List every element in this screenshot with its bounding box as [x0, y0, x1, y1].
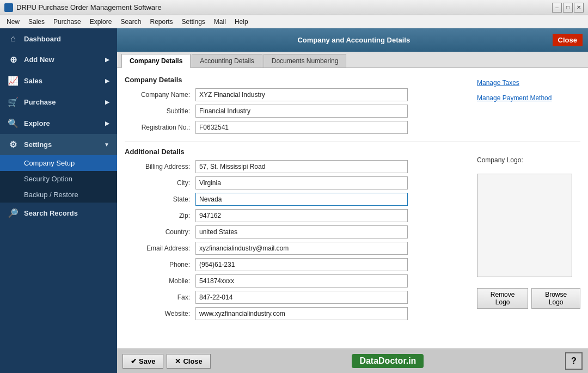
registration-no-input[interactable]	[195, 121, 408, 134]
menu-purchase[interactable]: Purchase	[49, 17, 85, 27]
sidebar-item-purchase[interactable]: 🛒 Purchase ▶	[0, 91, 117, 113]
close-button[interactable]: Close	[553, 34, 583, 46]
menu-settings[interactable]: Settings	[177, 17, 210, 27]
zip-label: Zip:	[125, 212, 195, 219]
city-input[interactable]	[195, 176, 408, 189]
sidebar-label-purchase: Purchase	[24, 98, 56, 106]
menu-help[interactable]: Help	[230, 17, 253, 27]
menu-search[interactable]: Search	[116, 17, 145, 27]
title-bar-text: DRPU Purchase Order Management Software	[16, 3, 162, 11]
home-icon: ⌂	[8, 34, 19, 44]
additional-details-section-title: Additional Details	[125, 148, 466, 156]
close-action-label: Close	[183, 357, 202, 365]
add-icon: ⊕	[8, 54, 19, 65]
checkmark-icon: ✔	[131, 357, 137, 365]
sidebar-item-settings[interactable]: ⚙ Settings ▼	[0, 134, 117, 155]
phone-row: Phone:	[125, 258, 466, 271]
bottom-bar: ✔ Save ✕ Close DataDoctor.in ?	[117, 348, 588, 373]
mobile-label: Mobile:	[125, 277, 195, 285]
tab-documents-numbering[interactable]: Documents Numbering	[264, 54, 347, 68]
zip-row: Zip:	[125, 209, 466, 222]
state-row: State:	[125, 193, 466, 206]
billing-address-label: Billing Address:	[125, 163, 195, 170]
menu-reports[interactable]: Reports	[145, 17, 177, 27]
minimize-button[interactable]: –	[552, 3, 562, 13]
fax-row: Fax:	[125, 291, 466, 304]
logo-box	[477, 174, 572, 277]
sidebar-item-search-records[interactable]: 🔎 Search Records	[0, 203, 117, 224]
remove-logo-button[interactable]: Remove Logo	[477, 288, 528, 309]
phone-input[interactable]	[195, 258, 408, 271]
window-close-button[interactable]: ✕	[574, 3, 584, 13]
sidebar-item-sales[interactable]: 📈 Sales ▶	[0, 70, 117, 91]
sidebar-label-sales: Sales	[24, 77, 42, 85]
additional-details-row: Additional Details Billing Address: City…	[125, 145, 580, 323]
sidebar-item-company-setup[interactable]: Company Setup	[0, 155, 117, 171]
company-details-fields: Company Details Company Name: Subtitle: …	[125, 74, 466, 137]
window-controls: – □ ✕	[552, 3, 584, 13]
save-button[interactable]: ✔ Save	[122, 354, 163, 369]
sidebar-label-explore: Explore	[24, 119, 50, 127]
tab-company-details[interactable]: Company Details	[121, 54, 191, 68]
sidebar-label-company-setup: Company Setup	[24, 159, 75, 167]
sidebar-label-dashboard: Dashboard	[24, 35, 61, 43]
purchase-icon: 🛒	[8, 97, 19, 107]
subtitle-input[interactable]	[195, 105, 408, 118]
company-details-section-title: Company Details	[125, 76, 466, 84]
menu-explore[interactable]: Explore	[85, 17, 117, 27]
registration-no-label: Registration No.:	[125, 124, 195, 131]
help-button[interactable]: ?	[565, 352, 583, 370]
state-input[interactable]	[195, 193, 408, 206]
browse-logo-button[interactable]: Browse Logo	[531, 288, 580, 309]
company-name-row: Company Name:	[125, 88, 466, 101]
sidebar: ⌂ Dashboard ⊕ Add New ▶ 📈 Sales ▶ 🛒 Purc…	[0, 28, 117, 373]
phone-label: Phone:	[125, 261, 195, 268]
zip-input[interactable]	[195, 209, 408, 222]
sidebar-section-main: ⌂ Dashboard ⊕ Add New ▶ 📈 Sales ▶ 🛒 Purc…	[0, 28, 117, 224]
registration-no-row: Registration No.:	[125, 121, 466, 134]
manage-taxes-link[interactable]: Manage Taxes	[477, 79, 580, 87]
maximize-button[interactable]: □	[563, 3, 573, 13]
sidebar-item-security-option[interactable]: Security Option	[0, 171, 117, 187]
mobile-row: Mobile:	[125, 274, 466, 288]
logo-label: Company Logo:	[477, 156, 580, 164]
logo-buttons: Remove Logo Browse Logo	[477, 288, 580, 309]
billing-address-input[interactable]	[195, 160, 408, 173]
subtitle-label: Subtitle:	[125, 107, 195, 115]
chevron-down-icon-settings: ▼	[104, 142, 109, 148]
x-icon: ✕	[175, 357, 181, 365]
email-input[interactable]	[195, 242, 408, 255]
right-actions: Manage Taxes Manage Payment Method	[471, 74, 580, 137]
city-row: City:	[125, 176, 466, 189]
website-row: Website:	[125, 307, 466, 320]
menu-new[interactable]: New	[2, 17, 24, 27]
sidebar-label-settings: Settings	[24, 140, 52, 149]
sidebar-item-explore[interactable]: 🔍 Explore ▶	[0, 113, 117, 134]
tab-accounting-details[interactable]: Accounting Details	[192, 54, 262, 68]
sidebar-label-search-records: Search Records	[24, 209, 78, 217]
sidebar-item-dashboard[interactable]: ⌂ Dashboard	[0, 28, 117, 49]
country-label: Country:	[125, 228, 195, 236]
email-label: Email Address:	[125, 244, 195, 252]
app-icon	[4, 3, 13, 12]
sidebar-item-backup-restore[interactable]: Backup / Restore	[0, 187, 117, 203]
website-input[interactable]	[195, 307, 408, 320]
company-name-input[interactable]	[195, 88, 408, 101]
data-doctor-badge: DataDoctor.in	[352, 354, 424, 368]
sidebar-item-add-new[interactable]: ⊕ Add New ▶	[0, 49, 117, 70]
subtitle-row: Subtitle:	[125, 105, 466, 118]
close-action-button[interactable]: ✕ Close	[167, 354, 210, 369]
state-label: State:	[125, 195, 195, 203]
additional-details-fields: Additional Details Billing Address: City…	[125, 145, 466, 323]
chevron-right-icon-sales: ▶	[105, 78, 109, 84]
logo-section: Company Logo: Remove Logo Browse Logo	[471, 151, 580, 323]
title-bar: DRPU Purchase Order Management Software …	[0, 0, 588, 15]
menu-mail[interactable]: Mail	[210, 17, 230, 27]
manage-payment-link[interactable]: Manage Payment Method	[477, 94, 580, 102]
website-label: Website:	[125, 310, 195, 317]
main-layout: ⌂ Dashboard ⊕ Add New ▶ 📈 Sales ▶ 🛒 Purc…	[0, 28, 588, 373]
country-input[interactable]	[195, 225, 408, 239]
fax-input[interactable]	[195, 291, 408, 304]
mobile-input[interactable]	[195, 274, 408, 288]
menu-sales[interactable]: Sales	[24, 17, 49, 27]
